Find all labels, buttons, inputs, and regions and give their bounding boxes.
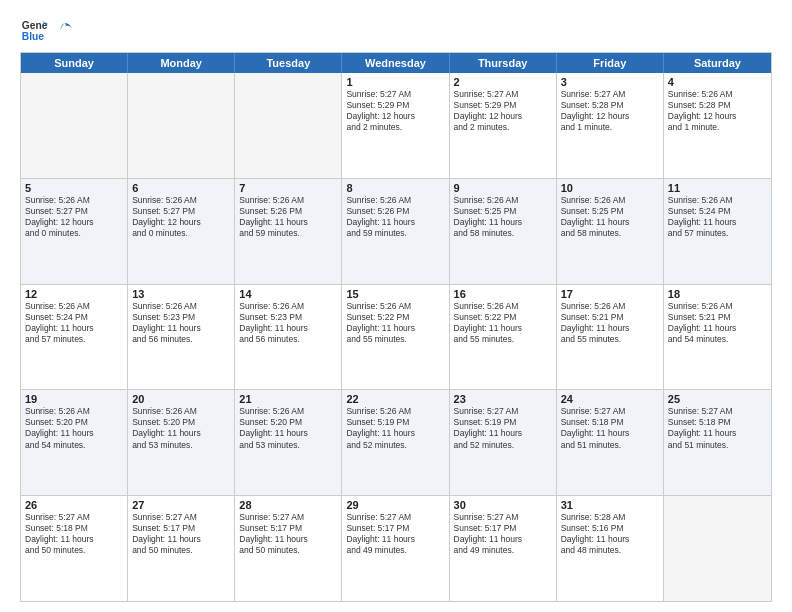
day-cell-12: 12Sunrise: 5:26 AM Sunset: 5:24 PM Dayli…	[21, 285, 128, 390]
weekday-header-sunday: Sunday	[21, 53, 128, 73]
day-cell-25: 25Sunrise: 5:27 AM Sunset: 5:18 PM Dayli…	[664, 390, 771, 495]
day-info: Sunrise: 5:27 AM Sunset: 5:29 PM Dayligh…	[454, 89, 552, 133]
calendar-header: SundayMondayTuesdayWednesdayThursdayFrid…	[21, 53, 771, 73]
day-number: 8	[346, 182, 444, 194]
day-number: 9	[454, 182, 552, 194]
day-info: Sunrise: 5:26 AM Sunset: 5:27 PM Dayligh…	[25, 195, 123, 239]
calendar-row-3: 19Sunrise: 5:26 AM Sunset: 5:20 PM Dayli…	[21, 389, 771, 495]
day-cell-5: 5Sunrise: 5:26 AM Sunset: 5:27 PM Daylig…	[21, 179, 128, 284]
day-number: 29	[346, 499, 444, 511]
day-info: Sunrise: 5:26 AM Sunset: 5:21 PM Dayligh…	[561, 301, 659, 345]
day-number: 30	[454, 499, 552, 511]
day-info: Sunrise: 5:27 AM Sunset: 5:18 PM Dayligh…	[25, 512, 123, 556]
day-cell-23: 23Sunrise: 5:27 AM Sunset: 5:19 PM Dayli…	[450, 390, 557, 495]
day-info: Sunrise: 5:26 AM Sunset: 5:26 PM Dayligh…	[239, 195, 337, 239]
day-info: Sunrise: 5:26 AM Sunset: 5:19 PM Dayligh…	[346, 406, 444, 450]
day-info: Sunrise: 5:27 AM Sunset: 5:17 PM Dayligh…	[239, 512, 337, 556]
day-cell-30: 30Sunrise: 5:27 AM Sunset: 5:17 PM Dayli…	[450, 496, 557, 601]
day-cell-21: 21Sunrise: 5:26 AM Sunset: 5:20 PM Dayli…	[235, 390, 342, 495]
day-info: Sunrise: 5:27 AM Sunset: 5:18 PM Dayligh…	[561, 406, 659, 450]
header: General Blue	[20, 16, 772, 44]
day-number: 13	[132, 288, 230, 300]
day-cell-14: 14Sunrise: 5:26 AM Sunset: 5:23 PM Dayli…	[235, 285, 342, 390]
weekday-header-saturday: Saturday	[664, 53, 771, 73]
day-cell-9: 9Sunrise: 5:26 AM Sunset: 5:25 PM Daylig…	[450, 179, 557, 284]
day-number: 31	[561, 499, 659, 511]
calendar-row-1: 5Sunrise: 5:26 AM Sunset: 5:27 PM Daylig…	[21, 178, 771, 284]
day-info: Sunrise: 5:26 AM Sunset: 5:25 PM Dayligh…	[454, 195, 552, 239]
day-info: Sunrise: 5:26 AM Sunset: 5:20 PM Dayligh…	[25, 406, 123, 450]
day-number: 12	[25, 288, 123, 300]
day-cell-2: 2Sunrise: 5:27 AM Sunset: 5:29 PM Daylig…	[450, 73, 557, 178]
day-cell-4: 4Sunrise: 5:26 AM Sunset: 5:28 PM Daylig…	[664, 73, 771, 178]
empty-cell	[664, 496, 771, 601]
day-info: Sunrise: 5:28 AM Sunset: 5:16 PM Dayligh…	[561, 512, 659, 556]
day-info: Sunrise: 5:26 AM Sunset: 5:25 PM Dayligh…	[561, 195, 659, 239]
day-info: Sunrise: 5:26 AM Sunset: 5:23 PM Dayligh…	[239, 301, 337, 345]
day-cell-26: 26Sunrise: 5:27 AM Sunset: 5:18 PM Dayli…	[21, 496, 128, 601]
weekday-header-tuesday: Tuesday	[235, 53, 342, 73]
day-info: Sunrise: 5:27 AM Sunset: 5:17 PM Dayligh…	[346, 512, 444, 556]
day-number: 11	[668, 182, 767, 194]
page: General Blue SundayMondayTuesdayWednesda…	[0, 0, 792, 612]
weekday-header-wednesday: Wednesday	[342, 53, 449, 73]
day-cell-20: 20Sunrise: 5:26 AM Sunset: 5:20 PM Dayli…	[128, 390, 235, 495]
day-cell-15: 15Sunrise: 5:26 AM Sunset: 5:22 PM Dayli…	[342, 285, 449, 390]
day-info: Sunrise: 5:26 AM Sunset: 5:22 PM Dayligh…	[346, 301, 444, 345]
logo: General Blue	[20, 16, 74, 44]
day-cell-8: 8Sunrise: 5:26 AM Sunset: 5:26 PM Daylig…	[342, 179, 449, 284]
day-number: 28	[239, 499, 337, 511]
day-number: 7	[239, 182, 337, 194]
day-cell-11: 11Sunrise: 5:26 AM Sunset: 5:24 PM Dayli…	[664, 179, 771, 284]
day-info: Sunrise: 5:26 AM Sunset: 5:28 PM Dayligh…	[668, 89, 767, 133]
day-info: Sunrise: 5:26 AM Sunset: 5:21 PM Dayligh…	[668, 301, 767, 345]
day-number: 20	[132, 393, 230, 405]
day-number: 23	[454, 393, 552, 405]
calendar-row-2: 12Sunrise: 5:26 AM Sunset: 5:24 PM Dayli…	[21, 284, 771, 390]
day-number: 5	[25, 182, 123, 194]
day-cell-28: 28Sunrise: 5:27 AM Sunset: 5:17 PM Dayli…	[235, 496, 342, 601]
day-info: Sunrise: 5:26 AM Sunset: 5:20 PM Dayligh…	[239, 406, 337, 450]
day-number: 3	[561, 76, 659, 88]
calendar-row-0: 1Sunrise: 5:27 AM Sunset: 5:29 PM Daylig…	[21, 73, 771, 178]
day-info: Sunrise: 5:27 AM Sunset: 5:28 PM Dayligh…	[561, 89, 659, 133]
day-number: 14	[239, 288, 337, 300]
day-cell-13: 13Sunrise: 5:26 AM Sunset: 5:23 PM Dayli…	[128, 285, 235, 390]
day-cell-27: 27Sunrise: 5:27 AM Sunset: 5:17 PM Dayli…	[128, 496, 235, 601]
day-info: Sunrise: 5:26 AM Sunset: 5:24 PM Dayligh…	[25, 301, 123, 345]
day-cell-29: 29Sunrise: 5:27 AM Sunset: 5:17 PM Dayli…	[342, 496, 449, 601]
weekday-header-monday: Monday	[128, 53, 235, 73]
day-cell-6: 6Sunrise: 5:26 AM Sunset: 5:27 PM Daylig…	[128, 179, 235, 284]
day-number: 1	[346, 76, 444, 88]
day-number: 25	[668, 393, 767, 405]
day-number: 19	[25, 393, 123, 405]
empty-cell	[128, 73, 235, 178]
day-number: 24	[561, 393, 659, 405]
day-number: 6	[132, 182, 230, 194]
day-cell-31: 31Sunrise: 5:28 AM Sunset: 5:16 PM Dayli…	[557, 496, 664, 601]
day-info: Sunrise: 5:26 AM Sunset: 5:20 PM Dayligh…	[132, 406, 230, 450]
day-number: 10	[561, 182, 659, 194]
day-info: Sunrise: 5:26 AM Sunset: 5:22 PM Dayligh…	[454, 301, 552, 345]
day-info: Sunrise: 5:26 AM Sunset: 5:26 PM Dayligh…	[346, 195, 444, 239]
day-number: 21	[239, 393, 337, 405]
calendar-body: 1Sunrise: 5:27 AM Sunset: 5:29 PM Daylig…	[21, 73, 771, 601]
day-number: 22	[346, 393, 444, 405]
day-number: 16	[454, 288, 552, 300]
day-cell-18: 18Sunrise: 5:26 AM Sunset: 5:21 PM Dayli…	[664, 285, 771, 390]
day-cell-16: 16Sunrise: 5:26 AM Sunset: 5:22 PM Dayli…	[450, 285, 557, 390]
logo-icon: General Blue	[20, 16, 48, 44]
day-info: Sunrise: 5:27 AM Sunset: 5:17 PM Dayligh…	[132, 512, 230, 556]
day-cell-19: 19Sunrise: 5:26 AM Sunset: 5:20 PM Dayli…	[21, 390, 128, 495]
weekday-header-thursday: Thursday	[450, 53, 557, 73]
day-cell-24: 24Sunrise: 5:27 AM Sunset: 5:18 PM Dayli…	[557, 390, 664, 495]
empty-cell	[235, 73, 342, 178]
day-number: 26	[25, 499, 123, 511]
day-number: 15	[346, 288, 444, 300]
day-info: Sunrise: 5:26 AM Sunset: 5:27 PM Dayligh…	[132, 195, 230, 239]
day-cell-17: 17Sunrise: 5:26 AM Sunset: 5:21 PM Dayli…	[557, 285, 664, 390]
svg-text:General: General	[22, 20, 48, 31]
day-number: 4	[668, 76, 767, 88]
day-cell-7: 7Sunrise: 5:26 AM Sunset: 5:26 PM Daylig…	[235, 179, 342, 284]
calendar: SundayMondayTuesdayWednesdayThursdayFrid…	[20, 52, 772, 602]
